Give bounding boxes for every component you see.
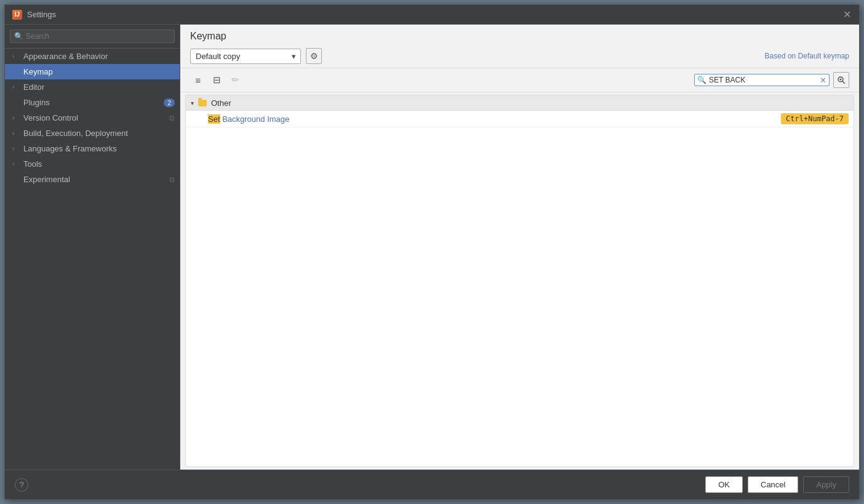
sidebar-item-label: Editor bbox=[23, 82, 175, 92]
title-bar-left: IJ Settings bbox=[12, 10, 56, 20]
panel-header: Keymap Default copy Default Mac OS X Ecl… bbox=[180, 25, 859, 68]
sidebar-item-tools[interactable]: › Tools bbox=[5, 156, 180, 172]
sidebar-item-label: Languages & Frameworks bbox=[23, 144, 175, 153]
group-chevron-icon: ▾ bbox=[191, 100, 194, 106]
tree-item-set-background-image[interactable]: Set Background Image Ctrl+NumPad-7 bbox=[186, 111, 854, 127]
find-usage-button[interactable] bbox=[833, 72, 849, 88]
tree-group-label: Other bbox=[211, 98, 231, 108]
bottom-right: OK Cancel Apply bbox=[705, 476, 849, 493]
window-title: Settings bbox=[27, 10, 56, 19]
gear-button[interactable]: ⚙ bbox=[306, 48, 322, 64]
chevron-icon: › bbox=[12, 114, 20, 121]
settings-dialog: IJ Settings ✕ 🔍 › Appearance & Behavior … bbox=[4, 4, 860, 500]
based-on-suffix: keymap bbox=[823, 52, 849, 60]
help-button[interactable]: ? bbox=[15, 478, 28, 492]
svg-point-2 bbox=[840, 79, 842, 81]
help-label: ? bbox=[19, 480, 23, 489]
chevron-icon: › bbox=[12, 130, 20, 137]
sidebar-item-experimental[interactable]: Experimental ⧉ bbox=[5, 172, 180, 187]
sidebar-item-version-control[interactable]: › Version Control ⧉ bbox=[5, 110, 180, 126]
based-on-prefix: Based on bbox=[765, 52, 796, 60]
search-area: 🔍 ✕ bbox=[694, 72, 849, 88]
action-search-input[interactable] bbox=[709, 76, 817, 84]
sidebar-item-label: Version Control bbox=[23, 113, 166, 122]
find-usage-icon bbox=[836, 75, 846, 85]
item-text-suffix: Background Image bbox=[222, 114, 289, 124]
toolbar-left: ≡ ⊟ ✏ bbox=[190, 72, 243, 88]
cancel-button[interactable]: Cancel bbox=[748, 476, 798, 493]
svg-line-1 bbox=[842, 81, 845, 84]
keymap-left: Default copy Default Mac OS X Eclipse ⚙ bbox=[190, 48, 322, 64]
bottom-bar: ? OK Cancel Apply bbox=[5, 470, 859, 499]
apply-button[interactable]: Apply bbox=[803, 476, 849, 493]
keymap-select-wrapper[interactable]: Default copy Default Mac OS X Eclipse bbox=[190, 49, 301, 64]
expand-all-button[interactable]: ≡ bbox=[190, 72, 206, 88]
sidebar-item-label: Tools bbox=[23, 159, 175, 169]
copy-icon: ⧉ bbox=[169, 175, 175, 184]
sidebar: 🔍 › Appearance & Behavior Keymap › Edito… bbox=[5, 25, 180, 470]
search-clear-button[interactable]: ✕ bbox=[820, 76, 826, 84]
sidebar-search-box: 🔍 bbox=[5, 25, 180, 49]
toolbar-area: ≡ ⊟ ✏ 🔍 ✕ bbox=[180, 68, 859, 92]
sidebar-item-label: Keymap bbox=[23, 67, 175, 76]
search-field-wrapper[interactable]: 🔍 ✕ bbox=[694, 74, 830, 86]
content-area: 🔍 › Appearance & Behavior Keymap › Edito… bbox=[5, 25, 859, 470]
sidebar-item-label: Build, Execution, Deployment bbox=[23, 129, 175, 138]
chevron-icon: › bbox=[12, 84, 20, 90]
sidebar-search-icon: 🔍 bbox=[14, 32, 23, 41]
chevron-icon: › bbox=[12, 161, 20, 167]
panel-title: Keymap bbox=[190, 31, 849, 42]
main-panel: Keymap Default copy Default Mac OS X Ecl… bbox=[180, 25, 859, 470]
sidebar-item-label: Plugins bbox=[23, 98, 160, 107]
based-on-name: Default bbox=[798, 52, 822, 60]
sidebar-item-appearance[interactable]: › Appearance & Behavior bbox=[5, 49, 180, 64]
sidebar-search-wrapper[interactable]: 🔍 bbox=[10, 30, 175, 43]
highlight-text: Set bbox=[208, 114, 220, 124]
sidebar-item-plugins[interactable]: Plugins 2 bbox=[5, 95, 180, 110]
search-magnifier-icon: 🔍 bbox=[697, 76, 706, 84]
app-icon: IJ bbox=[12, 10, 22, 20]
keymap-controls: Default copy Default Mac OS X Eclipse ⚙ … bbox=[190, 48, 849, 64]
bottom-left: ? bbox=[15, 478, 28, 492]
sidebar-item-build[interactable]: › Build, Execution, Deployment bbox=[5, 126, 180, 141]
sidebar-item-languages[interactable]: › Languages & Frameworks bbox=[5, 141, 180, 156]
tree-item-label: Set Background Image bbox=[208, 114, 777, 124]
edit-button[interactable]: ✏ bbox=[227, 72, 243, 88]
based-on-text: Based on Default keymap bbox=[765, 52, 849, 60]
chevron-icon: › bbox=[12, 145, 20, 152]
keymap-select[interactable]: Default copy Default Mac OS X Eclipse bbox=[190, 49, 301, 64]
tree-area: ▾ Other Set Background Image Ctrl+NumPad… bbox=[185, 95, 854, 467]
copy-icon: ⧉ bbox=[169, 114, 175, 122]
close-button[interactable]: ✕ bbox=[842, 10, 852, 20]
sidebar-item-keymap[interactable]: Keymap bbox=[5, 64, 180, 79]
chevron-icon: › bbox=[12, 53, 20, 60]
title-bar: IJ Settings ✕ bbox=[5, 5, 859, 25]
collapse-all-button[interactable]: ⊟ bbox=[209, 72, 225, 88]
folder-icon bbox=[198, 98, 207, 108]
sidebar-item-editor[interactable]: › Editor bbox=[5, 79, 180, 95]
ok-button[interactable]: OK bbox=[705, 476, 743, 493]
sidebar-item-label: Appearance & Behavior bbox=[23, 52, 175, 61]
sidebar-item-label: Experimental bbox=[23, 175, 166, 184]
plugins-badge: 2 bbox=[164, 98, 175, 107]
tree-group-other[interactable]: ▾ Other bbox=[186, 95, 854, 111]
sidebar-search-input[interactable] bbox=[26, 32, 170, 41]
shortcut-badge: Ctrl+NumPad-7 bbox=[781, 113, 849, 124]
